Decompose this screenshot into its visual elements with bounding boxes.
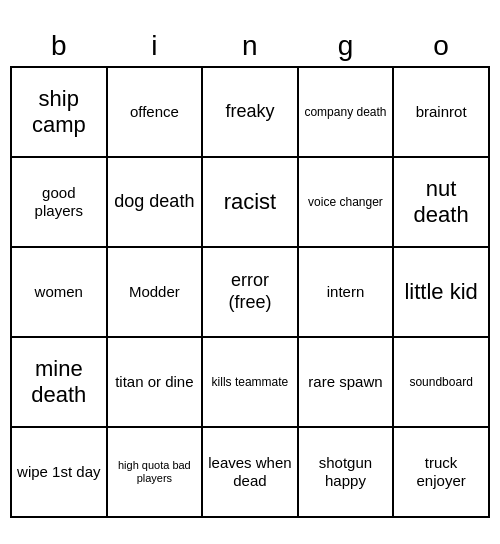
cell-text-4-2: leaves when dead bbox=[207, 432, 293, 512]
header-col-i: i bbox=[107, 26, 203, 67]
cell-text-0-0: ship camp bbox=[16, 72, 102, 152]
cell-text-4-3: shotgun happy bbox=[303, 432, 389, 512]
bingo-row-4: wipe 1st dayhigh quota bad playersleaves… bbox=[11, 427, 489, 517]
cell-text-3-2: kills teammate bbox=[207, 342, 293, 422]
bingo-cell-3-0: mine death bbox=[11, 337, 107, 427]
bingo-cell-4-1: high quota bad players bbox=[107, 427, 203, 517]
bingo-cell-3-2: kills teammate bbox=[202, 337, 298, 427]
bingo-row-3: mine deathtitan or dinekills teammaterar… bbox=[11, 337, 489, 427]
bingo-cell-2-2: error (free) bbox=[202, 247, 298, 337]
cell-text-1-4: nut death bbox=[398, 162, 484, 242]
header-row: bingo bbox=[11, 26, 489, 67]
bingo-cell-2-3: intern bbox=[298, 247, 394, 337]
bingo-row-2: womenModdererror (free)internlittle kid bbox=[11, 247, 489, 337]
bingo-cell-1-3: voice changer bbox=[298, 157, 394, 247]
bingo-cell-1-1: dog death bbox=[107, 157, 203, 247]
bingo-cell-2-0: women bbox=[11, 247, 107, 337]
bingo-row-1: good playersdog deathracistvoice changer… bbox=[11, 157, 489, 247]
bingo-cell-1-0: good players bbox=[11, 157, 107, 247]
cell-text-0-3: company death bbox=[303, 72, 389, 152]
cell-text-2-4: little kid bbox=[398, 252, 484, 332]
cell-text-1-2: racist bbox=[207, 162, 293, 242]
cell-text-4-4: truck enjoyer bbox=[398, 432, 484, 512]
bingo-cell-2-1: Modder bbox=[107, 247, 203, 337]
bingo-card: bingo ship campoffencefreakycompany deat… bbox=[10, 26, 490, 518]
header-col-n: n bbox=[202, 26, 298, 67]
bingo-cell-3-4: soundboard bbox=[393, 337, 489, 427]
bingo-cell-2-4: little kid bbox=[393, 247, 489, 337]
bingo-cell-0-2: freaky bbox=[202, 67, 298, 157]
header-col-o: o bbox=[393, 26, 489, 67]
bingo-cell-4-3: shotgun happy bbox=[298, 427, 394, 517]
cell-text-1-3: voice changer bbox=[303, 162, 389, 242]
cell-text-0-1: offence bbox=[112, 72, 198, 152]
header-col-b: b bbox=[11, 26, 107, 67]
cell-text-3-3: rare spawn bbox=[303, 342, 389, 422]
bingo-cell-4-0: wipe 1st day bbox=[11, 427, 107, 517]
cell-text-2-0: women bbox=[16, 252, 102, 332]
cell-text-0-4: brainrot bbox=[398, 72, 484, 152]
bingo-row-0: ship campoffencefreakycompany deathbrain… bbox=[11, 67, 489, 157]
header-col-g: g bbox=[298, 26, 394, 67]
cell-text-1-1: dog death bbox=[112, 162, 198, 242]
bingo-cell-0-1: offence bbox=[107, 67, 203, 157]
cell-text-3-1: titan or dine bbox=[112, 342, 198, 422]
bingo-cell-0-0: ship camp bbox=[11, 67, 107, 157]
bingo-cell-1-2: racist bbox=[202, 157, 298, 247]
bingo-cell-0-4: brainrot bbox=[393, 67, 489, 157]
cell-text-3-4: soundboard bbox=[398, 342, 484, 422]
cell-text-1-0: good players bbox=[16, 162, 102, 242]
cell-text-0-2: freaky bbox=[207, 72, 293, 152]
cell-text-2-2: error (free) bbox=[207, 252, 293, 332]
cell-text-2-3: intern bbox=[303, 252, 389, 332]
bingo-cell-1-4: nut death bbox=[393, 157, 489, 247]
bingo-cell-3-3: rare spawn bbox=[298, 337, 394, 427]
cell-text-2-1: Modder bbox=[112, 252, 198, 332]
bingo-cell-0-3: company death bbox=[298, 67, 394, 157]
cell-text-4-0: wipe 1st day bbox=[16, 432, 102, 512]
cell-text-4-1: high quota bad players bbox=[112, 432, 198, 512]
bingo-cell-3-1: titan or dine bbox=[107, 337, 203, 427]
bingo-cell-4-4: truck enjoyer bbox=[393, 427, 489, 517]
bingo-cell-4-2: leaves when dead bbox=[202, 427, 298, 517]
cell-text-3-0: mine death bbox=[16, 342, 102, 422]
